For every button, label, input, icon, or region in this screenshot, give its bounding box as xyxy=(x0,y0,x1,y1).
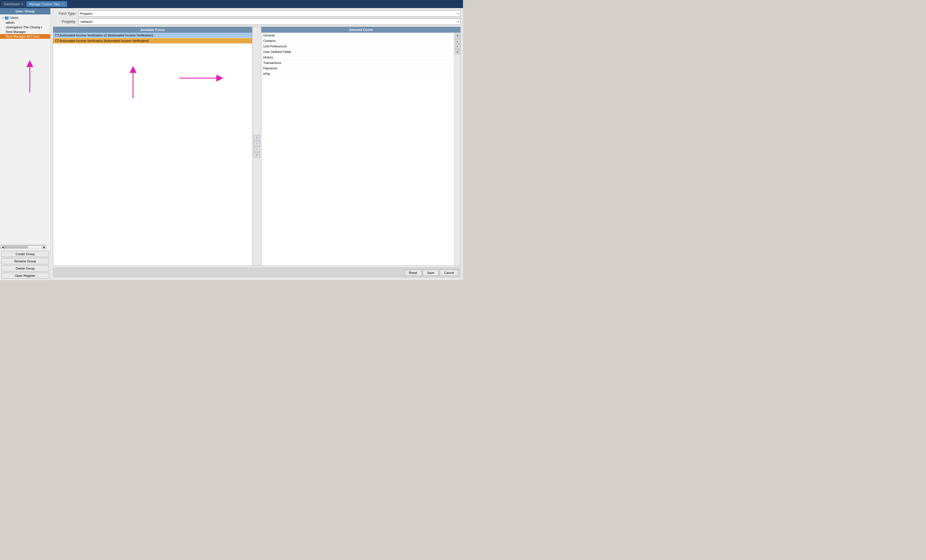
move-all-right-button[interactable]: » xyxy=(254,153,260,157)
title-bar: Dashboard ▾ Manage Custom Tabs ✕ xyxy=(0,0,463,8)
sidebar-item-rent-manager-api[interactable]: Rent Manager API User xyxy=(0,34,50,39)
available-forms-list: CT:Automated Income Verification v2 [Aut… xyxy=(53,33,252,266)
bottom-bar: Reset Save Cancel xyxy=(53,268,461,278)
create-group-button[interactable]: Create Group xyxy=(1,251,49,257)
property-select-wrapper[interactable]: <default> xyxy=(79,18,461,25)
move-left-button[interactable]: ‹ xyxy=(254,141,260,146)
sidebar-item-users-label: Users xyxy=(10,16,18,20)
sidebar-tree: − 👥 Users admin closingdocs The Closing … xyxy=(0,14,50,244)
sidebar-header: User / Group xyxy=(0,8,50,14)
selected-forms-list: General Contacts Unit Preferences User D… xyxy=(262,33,454,266)
selected-form-general[interactable]: General xyxy=(262,33,454,38)
selected-forms-header: Selected Forms xyxy=(262,27,460,33)
delete-group-button[interactable]: Delete Group xyxy=(1,265,49,272)
open-register-button[interactable]: Open Register xyxy=(1,272,49,279)
selected-form-payments[interactable]: Payments xyxy=(262,66,454,71)
property-label: Property: xyxy=(53,20,76,24)
move-all-left-button[interactable]: « xyxy=(254,135,260,140)
order-buttons: ⇈ ▲ ▼ ⇊ xyxy=(454,33,460,266)
selected-form-user-defined-fields[interactable]: User Defined Fields xyxy=(262,49,454,54)
form-type-row: Form Type: Prospect xyxy=(53,11,461,17)
sidebar-item-users[interactable]: − 👥 Users xyxy=(0,15,50,20)
available-forms-header: Available Forms xyxy=(53,27,252,33)
right-panel: Form Type: Prospect Property: <default> xyxy=(51,8,463,280)
available-form-item-1[interactable]: CT:Automated Income Verification v2 [Aut… xyxy=(53,33,252,38)
sidebar-item-admin[interactable]: admin xyxy=(0,20,50,25)
sidebar-item-rent-manager-label: Rent Manager xyxy=(6,30,26,33)
sidebar: User / Group − 👥 Users admin closingdocs… xyxy=(0,8,51,280)
sidebar-item-closingdocs-label: closingdocs The Closing I xyxy=(6,26,42,29)
expand-icon: − xyxy=(2,16,4,20)
selected-form-contacts[interactable]: Contacts xyxy=(262,38,454,44)
sidebar-item-rent-manager-api-label: Rent Manager API User xyxy=(6,35,39,38)
users-group-icon: 👥 xyxy=(5,16,9,20)
sidebar-item-rent-manager[interactable]: Rent Manager xyxy=(0,30,50,34)
scroll-track[interactable] xyxy=(5,245,42,249)
selected-form-epay[interactable]: ePay xyxy=(262,71,454,77)
selected-forms-panel: Selected Forms General Contacts Unit Pre… xyxy=(261,27,461,266)
lists-area: Available Forms CT:Automated Income Veri… xyxy=(53,27,461,266)
scroll-left-btn[interactable]: ◀ xyxy=(1,245,5,249)
close-icon[interactable]: ✕ xyxy=(62,3,64,6)
move-right-button[interactable]: › xyxy=(254,147,260,152)
sidebar-buttons: Create Group Rename Group Delete Group O… xyxy=(0,250,50,280)
tab-dashboard-label: Dashboard xyxy=(4,2,20,6)
property-select[interactable]: <default> xyxy=(79,18,461,25)
tab-manage-custom-tabs[interactable]: Manage Custom Tabs ✕ xyxy=(26,1,67,7)
sidebar-scrollbar[interactable]: ◀ ▶ xyxy=(0,244,50,250)
selected-forms-inner: General Contacts Unit Preferences User D… xyxy=(262,33,460,266)
form-type-select-wrapper[interactable]: Prospect xyxy=(79,11,461,17)
sidebar-item-admin-label: admin xyxy=(6,21,14,24)
sidebar-item-closingdocs[interactable]: closingdocs The Closing I xyxy=(0,25,50,30)
move-top-button[interactable]: ⇈ xyxy=(455,34,460,38)
tab-manage-custom-tabs-label: Manage Custom Tabs xyxy=(29,2,60,6)
available-form-item-2[interactable]: CT:Automated Income Verification [Automa… xyxy=(53,38,252,44)
selected-form-transactions[interactable]: Transactions xyxy=(262,60,454,66)
transfer-buttons: « ‹ › » xyxy=(253,27,261,266)
save-button[interactable]: Save xyxy=(423,269,439,276)
tab-dashboard-icon: ▾ xyxy=(21,3,23,6)
property-row: Property: <default> xyxy=(53,18,461,25)
cancel-button[interactable]: Cancel xyxy=(440,269,458,276)
scroll-right-btn[interactable]: ▶ xyxy=(42,245,46,249)
reset-button[interactable]: Reset xyxy=(405,269,422,276)
rename-group-button[interactable]: Rename Group xyxy=(1,258,49,264)
move-bottom-button[interactable]: ⇊ xyxy=(455,50,460,54)
scroll-thumb[interactable] xyxy=(5,246,28,249)
selected-form-unit-preferences[interactable]: Unit Preferences xyxy=(262,44,454,49)
available-forms-panel: Available Forms CT:Automated Income Veri… xyxy=(53,27,253,266)
tab-dashboard[interactable]: Dashboard ▾ xyxy=(1,1,26,7)
selected-form-history[interactable]: History xyxy=(262,54,454,60)
form-type-label: Form Type: xyxy=(53,12,76,16)
move-up-button[interactable]: ▲ xyxy=(455,39,460,44)
form-type-select[interactable]: Prospect xyxy=(79,11,461,17)
move-down-button[interactable]: ▼ xyxy=(455,44,460,49)
